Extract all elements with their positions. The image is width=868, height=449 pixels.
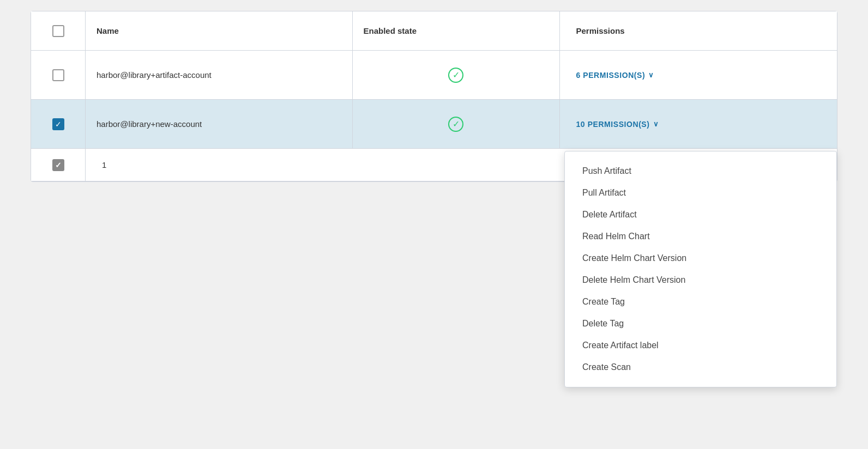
row-1-enabled: ✓ — [353, 51, 560, 99]
header-enabled-col: Enabled state — [353, 11, 560, 50]
row-2-checkbox-col: ✓ — [31, 100, 86, 148]
row-2-enabled: ✓ — [353, 100, 560, 148]
header-permissions-label: Permissions — [576, 26, 625, 35]
permissions-table: Name Enabled state Permissions harbor@li… — [31, 11, 837, 182]
row-2-permissions-link[interactable]: 10 PERMISSION(S) ∨ — [576, 120, 659, 129]
dropdown-item-read-helm-chart[interactable]: Read Helm Chart — [565, 226, 836, 247]
table-row: harbor@library+artifact-account ✓ 6 PERM… — [31, 51, 837, 100]
dropdown-item-push-artifact[interactable]: Push Artifact — [565, 160, 836, 182]
row-1-name-text: harbor@library+artifact-account — [97, 70, 212, 80]
row-1-chevron-icon: ∨ — [648, 71, 654, 79]
dropdown-item-create-tag[interactable]: Create Tag — [565, 291, 836, 313]
row-1-permissions: 6 PERMISSION(S) ∨ — [560, 51, 837, 99]
dropdown-item-delete-helm-chart-version[interactable]: Delete Helm Chart Version — [565, 269, 836, 291]
footer-selected-count: 1 — [91, 160, 106, 169]
row-2-chevron-icon: ∨ — [653, 120, 659, 128]
header-name-label: Name — [97, 26, 119, 35]
header-enabled-label: Enabled state — [364, 26, 417, 35]
table-row: ✓ harbor@library+new-account ✓ 10 PERMIS… — [31, 100, 837, 149]
select-all-checkbox[interactable] — [52, 25, 64, 37]
dropdown-item-create-scan[interactable]: Create Scan — [565, 356, 836, 378]
row-2-name: harbor@library+new-account — [86, 100, 353, 148]
row-1-name: harbor@library+artifact-account — [86, 51, 353, 99]
header-permissions-col: Permissions — [560, 11, 837, 50]
dropdown-item-pull-artifact[interactable]: Pull Artifact — [565, 182, 836, 204]
row-1-permissions-link[interactable]: 6 PERMISSION(S) ∨ — [576, 71, 654, 80]
header-checkbox-col — [31, 11, 86, 50]
dropdown-item-delete-artifact[interactable]: Delete Artifact — [565, 204, 836, 226]
footer-indeterminate-checkbox[interactable]: ✓ — [52, 159, 64, 171]
row-2-name-text: harbor@library+new-account — [97, 119, 202, 129]
row-1-permissions-count: 6 PERMISSION(S) — [576, 71, 646, 80]
row-2-checkbox[interactable]: ✓ — [52, 118, 64, 130]
row-2-permissions-count: 10 PERMISSION(S) — [576, 120, 650, 129]
permissions-dropdown: Push Artifact Pull Artifact Delete Artif… — [564, 151, 837, 387]
dropdown-item-create-artifact-label[interactable]: Create Artifact label — [565, 335, 836, 356]
row-1-enabled-icon: ✓ — [448, 68, 463, 83]
row-2-enabled-icon: ✓ — [448, 117, 463, 132]
dropdown-item-create-helm-chart-version[interactable]: Create Helm Chart Version — [565, 247, 836, 269]
row-1-checkbox-col — [31, 51, 86, 99]
row-1-checkbox[interactable] — [52, 69, 64, 81]
dropdown-item-delete-tag[interactable]: Delete Tag — [565, 313, 836, 335]
footer-checkbox-col: ✓ — [31, 149, 86, 181]
table-header: Name Enabled state Permissions — [31, 11, 837, 51]
row-2-permissions: 10 PERMISSION(S) ∨ Push Artifact Pull Ar… — [560, 100, 837, 148]
header-name-col: Name — [86, 11, 353, 50]
